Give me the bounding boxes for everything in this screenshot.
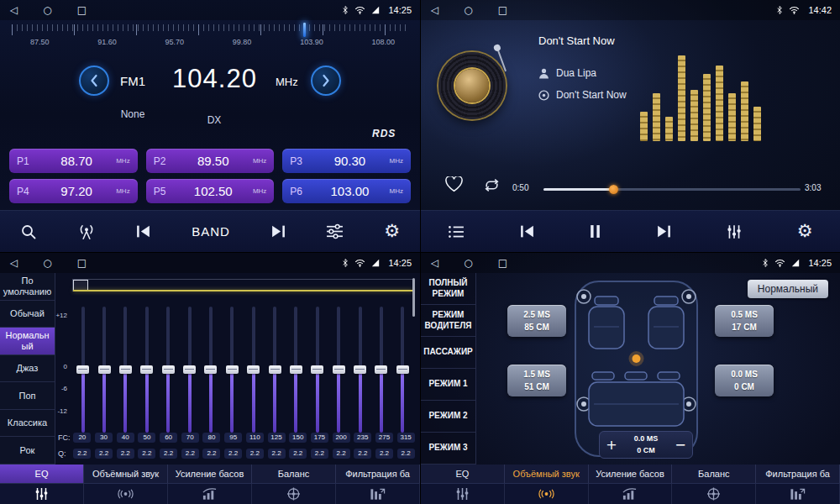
tab-surround-sound[interactable]: Объёмный звук [505,465,589,483]
previous-track-button[interactable] [516,221,538,242]
tab-surround-sound-icon[interactable] [84,484,168,504]
delay-decrease-button[interactable]: − [669,432,692,458]
previous-station-button[interactable] [132,221,155,242]
eq-band-slider[interactable] [117,307,134,433]
eq-band-slider[interactable] [245,307,262,433]
seek-down-button[interactable] [79,66,109,96]
delay-button-rear-left[interactable]: 1.5 MS51 CM [507,365,566,396]
tab-balance[interactable]: Баланс [252,465,336,483]
nav-home-icon[interactable]: ○ [43,258,51,268]
next-track-button[interactable] [653,221,675,242]
eq-slider-handle[interactable] [290,365,302,374]
surround-mode-item[interactable]: РЕЖИМ ВОДИТЕЛЯ [421,305,475,337]
surround-mode-item[interactable]: РЕЖИМ 3 [421,433,475,465]
nav-back-icon[interactable]: ◁ [10,258,18,268]
progress-bar[interactable] [543,188,801,191]
eq-band-slider[interactable] [373,307,390,433]
eq-slider-handle[interactable] [269,365,281,374]
band-button[interactable]: BAND [188,221,234,242]
tab-filter-icon[interactable] [336,484,420,504]
nav-back-icon[interactable]: ◁ [431,5,438,15]
tab-filter[interactable]: Фильтрация ба [756,465,840,483]
nav-back-icon[interactable]: ◁ [10,5,18,15]
tab-filter-icon[interactable] [756,484,840,504]
preset-button-p4[interactable]: P497.20MHz [9,179,138,203]
eq-preset-item[interactable]: Нормальный [0,328,55,355]
eq-band-slider[interactable] [75,307,92,433]
eq-band-slider[interactable] [202,307,219,433]
eq-preset-item[interactable]: Рок [0,437,55,465]
eq-slider-handle[interactable] [162,365,175,374]
nav-home-icon[interactable]: ○ [464,258,472,268]
surround-mode-item[interactable]: РЕЖИМ 2 [421,401,475,433]
equalizer-button[interactable] [722,221,746,243]
eq-band-slider[interactable] [309,307,326,433]
surround-mode-item[interactable]: ПОЛНЫЙ РЕЖИМ [421,273,475,305]
tab-balance[interactable]: Баланс [672,465,756,483]
tab-bass-boost[interactable]: Усиление басов [589,465,673,483]
profile-button[interactable]: Нормальный [748,280,828,298]
eq-slider-handle[interactable] [311,365,323,374]
eq-band-slider[interactable] [330,307,347,433]
delay-increase-button[interactable]: + [600,432,623,458]
tab-eq[interactable]: EQ [421,465,505,483]
eq-slider-handle[interactable] [247,365,260,374]
pause-button[interactable] [585,221,605,242]
tab-eq[interactable]: EQ [0,465,84,483]
eq-band-slider[interactable] [139,307,155,433]
eq-band-slider[interactable] [287,307,304,433]
progress-knob[interactable] [609,185,618,194]
eq-slider-handle[interactable] [140,365,153,374]
eq-slider-handle[interactable] [354,365,366,374]
delay-button-front-right[interactable]: 0.5 MS17 CM [715,305,774,337]
nav-recents-icon[interactable]: □ [77,5,87,15]
eq-band-slider[interactable] [181,307,198,433]
eq-slider-handle[interactable] [204,365,217,374]
eq-preset-item[interactable]: Поп [0,382,55,410]
nav-recents-icon[interactable]: □ [498,5,507,15]
eq-band-slider[interactable] [223,307,240,433]
tab-surround-sound-icon[interactable] [505,484,589,504]
nav-back-icon[interactable]: ◁ [431,258,438,268]
tab-eq-icon[interactable] [0,484,84,504]
next-station-button[interactable] [267,221,290,242]
settings-button[interactable]: ⚙ [794,219,816,244]
frequency-scale[interactable]: 87.5091.6095.7099.80103.90108.00 [0,22,420,50]
broadcast-button[interactable] [74,220,99,244]
scrollbar[interactable] [412,278,415,317]
repeat-button[interactable] [483,178,501,195]
nav-recents-icon[interactable]: □ [498,258,507,268]
tab-bass-boost[interactable]: Усиление басов [168,465,252,483]
eq-slider-handle[interactable] [119,365,132,374]
eq-slider-handle[interactable] [396,365,409,374]
nav-recents-icon[interactable]: □ [77,258,87,268]
eq-band-slider[interactable] [266,307,283,433]
eq-slider-handle[interactable] [226,365,239,374]
scan-button[interactable] [17,220,40,244]
eq-band-slider[interactable] [394,307,411,433]
tab-bass-boost-icon[interactable] [168,484,252,504]
tab-balance-icon[interactable] [252,484,336,504]
tuner-settings-button[interactable] [323,220,347,243]
nav-home-icon[interactable]: ○ [464,5,472,15]
album-art[interactable] [438,52,506,119]
eq-slider-handle[interactable] [183,365,196,374]
tab-surround-sound[interactable]: Объёмный звук [84,465,168,483]
surround-mode-item[interactable]: ПАССАЖИР [421,337,475,369]
eq-slider-handle[interactable] [76,365,89,374]
tab-bass-boost-icon[interactable] [589,484,673,504]
surround-mode-item[interactable]: РЕЖИМ 1 [421,369,475,401]
eq-slider-handle[interactable] [98,365,111,374]
delay-button-front-left[interactable]: 2.5 MS85 CM [507,305,566,337]
eq-band-slider[interactable] [352,307,369,433]
eq-preset-item[interactable]: Классика [0,410,55,438]
preset-button-p3[interactable]: P390.30MHz [282,149,411,173]
preset-button-p1[interactable]: P188.70MHz [9,149,138,173]
seek-up-button[interactable] [311,66,341,96]
eq-slider-handle[interactable] [375,365,387,374]
eq-preset-item[interactable]: Обычай [0,301,55,328]
preset-button-p6[interactable]: P6103.00MHz [282,179,411,203]
eq-band-slider[interactable] [160,307,176,433]
delay-button-rear-right[interactable]: 0.0 MS0 CM [715,365,774,396]
eq-band-slider[interactable] [96,307,113,433]
